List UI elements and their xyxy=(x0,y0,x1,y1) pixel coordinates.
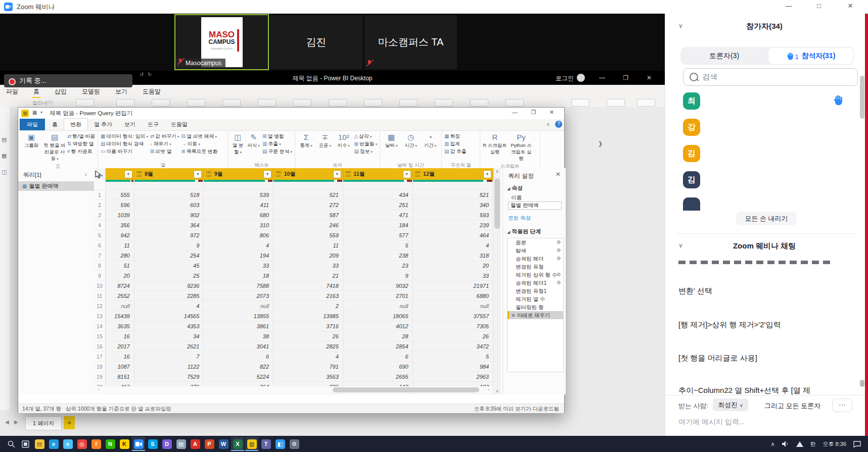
table-cell[interactable]: 680 xyxy=(204,210,273,220)
ribbon-button[interactable]: ✎서식▾ xyxy=(246,132,261,149)
taskbar-icon-discord[interactable]: D xyxy=(160,437,173,451)
properties-section-header[interactable]: ◢속성 xyxy=(507,184,523,192)
table-cell[interactable]: 25 xyxy=(134,271,204,281)
table-cell[interactable]: 11 xyxy=(105,240,134,250)
ribbon-button[interactable]: ▭이름 바꾸기 xyxy=(101,147,148,155)
participant-row[interactable] xyxy=(665,194,857,211)
ribbon-button[interactable]: ∓표준▾ xyxy=(315,132,334,149)
table-cell[interactable]: 28 xyxy=(343,331,413,341)
gear-icon[interactable]: ⚙ xyxy=(557,279,561,287)
cut-label[interactable]: 잘라내기 xyxy=(32,99,53,107)
table-cell[interactable]: 18 xyxy=(204,271,273,281)
table-cell[interactable]: 14565 xyxy=(134,311,204,321)
table-cell[interactable]: 26 xyxy=(413,331,493,341)
table-cell[interactable]: 5 xyxy=(343,240,413,250)
column-header-11월[interactable]: ABC12311월▼ xyxy=(343,168,413,180)
pq-tab-도구[interactable]: 도구 xyxy=(142,119,165,130)
page-prev-icon[interactable]: ◀ xyxy=(5,419,9,425)
table-cell[interactable]: 23 xyxy=(343,261,413,271)
table-cell[interactable]: 26 xyxy=(273,331,343,341)
toolbar-icon[interactable] xyxy=(187,99,205,107)
row-number[interactable]: 15 xyxy=(94,331,105,341)
table-cell[interactable]: 972 xyxy=(134,230,204,240)
table-cell[interactable]: 13855 xyxy=(204,311,273,321)
ribbon-button[interactable]: ◍반올림▾ xyxy=(354,140,377,147)
table-cell[interactable]: 364 xyxy=(134,220,204,230)
horizontal-scrollbar[interactable]: ‹ › xyxy=(95,386,492,393)
table-cell[interactable]: 3563 xyxy=(273,372,343,382)
add-page-button[interactable]: + xyxy=(64,416,75,429)
ime-indicator[interactable]: 한 xyxy=(810,440,816,448)
toolbar-icon[interactable] xyxy=(435,99,453,107)
table-cell[interactable]: null xyxy=(413,301,493,311)
chat-input[interactable]: 여기에 메시지 입력... xyxy=(678,418,745,427)
taskbar-icon-kakao[interactable]: K xyxy=(118,437,131,451)
row-number[interactable]: 5 xyxy=(94,230,105,240)
zoom-minimize-button[interactable]: — xyxy=(785,2,792,10)
tab-panelists[interactable]: 토론자(3) xyxy=(680,52,768,61)
query-name-input[interactable] xyxy=(508,202,562,210)
row-number[interactable]: 10 xyxy=(94,281,105,291)
toolbar-icon[interactable] xyxy=(76,99,94,107)
row-number[interactable]: 2 xyxy=(94,200,105,210)
applied-step-탐색[interactable]: 탐색⚙ xyxy=(508,246,563,255)
column-header-8월[interactable]: ABC1238월▼ xyxy=(134,168,204,180)
table-cell[interactable]: 4353 xyxy=(134,321,204,331)
row-number[interactable]: 8 xyxy=(94,261,105,271)
table-cell[interactable]: 21971 xyxy=(413,281,493,291)
recipient-dropdown[interactable]: 최성진 ∨ xyxy=(713,398,748,411)
settings-close-icon[interactable]: ✕ xyxy=(556,171,561,178)
table-cell[interactable]: 1039 xyxy=(105,210,134,220)
table-cell[interactable]: 8151 xyxy=(105,372,134,382)
table-cell[interactable]: 2073 xyxy=(204,291,273,301)
table-cell[interactable]: null xyxy=(204,301,273,311)
table-cell[interactable]: 246 xyxy=(273,220,343,230)
table-cell[interactable]: 518 xyxy=(134,190,204,200)
table-cell[interactable]: 902 xyxy=(134,210,204,220)
powerbi-minimize-button[interactable]: — xyxy=(599,74,605,81)
table-cell[interactable]: 21 xyxy=(273,271,343,281)
ribbon-button[interactable]: ▥집계 xyxy=(444,140,467,147)
applied-step-원본[interactable]: 원본⚙ xyxy=(508,238,563,246)
scroll-left-icon[interactable]: ‹ xyxy=(95,387,103,392)
table-cell[interactable]: 16 xyxy=(105,331,134,341)
chat-more-button[interactable]: ··· xyxy=(832,398,852,412)
table-cell[interactable]: 587 xyxy=(273,210,343,220)
pq-tab-보기[interactable]: 보기 xyxy=(118,119,142,130)
taskbar-icon-firefox[interactable]: f xyxy=(89,437,103,451)
taskbar-icon-teams[interactable]: T xyxy=(259,437,272,451)
applied-step-제거된 열 수[interactable]: 제거된 열 수 xyxy=(508,295,563,303)
ribbon-button[interactable]: ▥추출▾ xyxy=(262,140,292,147)
table-cell[interactable]: 9 xyxy=(343,271,413,281)
ribbon-button[interactable]: →이동▾ xyxy=(181,140,218,147)
ribbon-button[interactable]: ◔기간▾ xyxy=(421,132,440,149)
chat-scroll-thumb[interactable] xyxy=(860,380,864,387)
table-cell[interactable]: 2825 xyxy=(273,341,343,351)
row-number[interactable]: 18 xyxy=(94,362,105,372)
table-cell[interactable]: 20 xyxy=(105,271,134,281)
table-cell[interactable]: 2017 xyxy=(105,341,134,351)
row-number[interactable]: 19 xyxy=(94,372,105,382)
avatar[interactable] xyxy=(577,74,585,82)
applied-step-승격된 헤더1[interactable]: 승격된 헤더1⚙ xyxy=(508,279,563,287)
help-icon[interactable]: ? xyxy=(555,121,562,128)
taskbar-icon-excel[interactable]: X xyxy=(231,437,244,451)
gear-icon[interactable]: ⚙ xyxy=(557,255,561,263)
toolbar-icon[interactable] xyxy=(222,99,241,107)
applied-step-제거된 상위 행 수[interactable]: 제거된 상위 행 수⚙ xyxy=(508,271,563,279)
table-cell[interactable]: 577 xyxy=(343,230,413,240)
ribbon-button[interactable]: ▤구문 분석▾ xyxy=(262,147,292,155)
table-cell[interactable]: 690 xyxy=(343,362,413,372)
taskbar-icon-search[interactable] xyxy=(5,437,18,451)
filter-icon[interactable]: ▼ xyxy=(124,170,132,178)
ribbon-button[interactable]: ▤첫 행을 머리글로 사용▾ xyxy=(43,132,66,163)
table-cell[interactable]: 16 xyxy=(105,351,134,362)
table-cell[interactable]: 791 xyxy=(273,362,343,372)
table-cell[interactable]: 272 xyxy=(273,200,343,210)
table-cell[interactable]: 2854 xyxy=(343,341,413,351)
table-cell[interactable]: 593 xyxy=(413,210,493,220)
table-cell[interactable]: 318 xyxy=(413,250,493,261)
table-cell[interactable]: 3635 xyxy=(105,321,134,331)
table-cell[interactable]: 471 xyxy=(343,210,413,220)
taskbar-icon-skype[interactable]: S xyxy=(146,437,159,451)
